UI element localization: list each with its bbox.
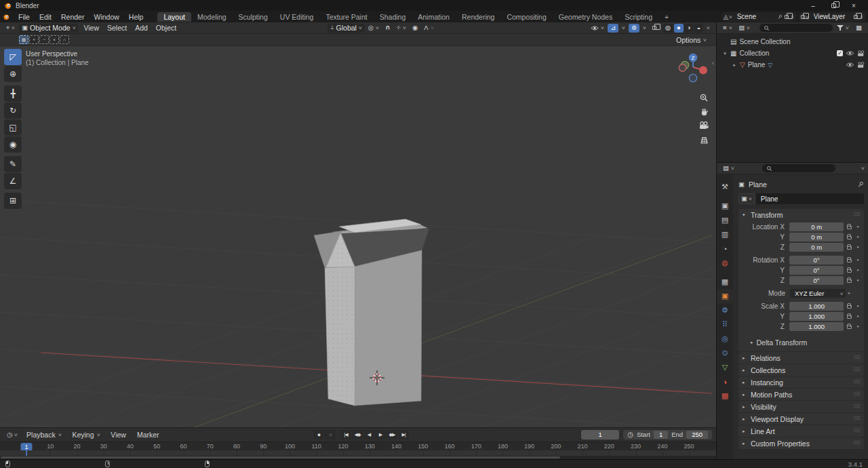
workspace-tab[interactable]: Layout xyxy=(157,12,191,22)
tab-object[interactable]: ▣ xyxy=(717,289,733,303)
snap-target-dropdown[interactable]: ⊹∨ xyxy=(393,24,408,33)
tab-world[interactable]: ◍ xyxy=(717,256,733,270)
lock-icon[interactable] xyxy=(847,226,852,229)
workspace-tab[interactable]: Shading xyxy=(374,12,412,22)
value-field[interactable]: 0° ∨ xyxy=(789,256,844,265)
workspace-tab[interactable]: Rendering xyxy=(456,12,500,22)
viewport-menu-item[interactable]: View xyxy=(79,24,103,32)
value-field[interactable]: 0° ∨ xyxy=(789,266,844,275)
tool-measure[interactable]: ∠ xyxy=(4,173,22,189)
animate-dot[interactable]: ● xyxy=(854,324,861,328)
properties-editor-type-button[interactable]: ▤∨ xyxy=(720,164,737,173)
collection[interactable]: ▾ ▦ Collection ✓ xyxy=(717,47,868,59)
workspace-tab[interactable]: UV Editing xyxy=(274,12,320,22)
drag-handle[interactable]: ⠿⠿ xyxy=(853,212,860,218)
workspace-tab[interactable]: Geometry Nodes xyxy=(553,12,618,22)
animate-dot[interactable]: ● xyxy=(854,245,861,249)
viewport-3d[interactable]: ▦ + − × ∩ Options∨ User Perspective (1) … xyxy=(0,34,716,427)
workspace-tab[interactable]: Animation xyxy=(412,12,456,22)
editor-type-button[interactable]: ⌖ ∨ xyxy=(3,24,18,33)
collapsed-panel[interactable]: ▸ Collections ⠿⠿ xyxy=(738,364,864,376)
lock-icon[interactable] xyxy=(847,246,852,250)
mode-dropdown[interactable]: ▣ Object Mode ∨ xyxy=(19,24,78,33)
select-mode-intersect[interactable]: ∩ xyxy=(60,35,69,44)
overlays-toggle[interactable]: ⊚ xyxy=(629,24,639,33)
drag-handle[interactable]: ⠿⠿ xyxy=(853,440,860,446)
tab-physics[interactable]: ◎ xyxy=(717,332,733,346)
value-field[interactable]: 0 m ∨ xyxy=(789,243,844,252)
workspace-tab[interactable]: + xyxy=(658,12,675,22)
lock-icon[interactable] xyxy=(847,326,852,329)
jump-to-start[interactable]: |◀ xyxy=(340,430,351,440)
drag-handle[interactable]: ⠿⠿ xyxy=(853,428,860,434)
material-preview[interactable]: ◑ xyxy=(684,24,694,33)
viewport-menu-item[interactable]: Add xyxy=(131,24,152,32)
animate-dot[interactable]: ● xyxy=(854,304,861,308)
scene-collection[interactable]: ▤ Scene Collection ✓ xyxy=(717,36,868,47)
tab-particles[interactable]: ⠿ xyxy=(717,317,733,332)
animate-dot[interactable]: ● xyxy=(854,235,861,239)
blender-menu-icon[interactable] xyxy=(3,14,9,20)
tab-output[interactable]: ▤ xyxy=(717,213,733,227)
animate-dot[interactable]: ● xyxy=(854,225,861,229)
camera-view-button[interactable] xyxy=(697,119,711,132)
tab-texture[interactable]: ▩ xyxy=(717,389,733,403)
collapsed-panel[interactable]: ▸ Visibility ⠿⠿ xyxy=(738,401,864,412)
collapsed-panel[interactable]: ▸ Instancing ⠿⠿ xyxy=(738,376,864,388)
timeline-menu-item[interactable]: Marker∨ xyxy=(132,431,164,439)
animate-dot[interactable]: ● xyxy=(854,278,861,282)
rendered[interactable]: ◒ xyxy=(694,24,703,33)
item-label[interactable]: Plane xyxy=(748,61,766,69)
tool-rotate[interactable]: ↻ xyxy=(4,102,22,119)
outliner-display-mode[interactable]: ▤∨ xyxy=(736,24,753,33)
item-label[interactable]: Scene Collection xyxy=(739,38,790,45)
lock-icon[interactable] xyxy=(847,279,852,283)
lock-icon[interactable] xyxy=(847,269,852,273)
viewlayer-selector[interactable]: ∨ ViewLayer × xyxy=(799,12,865,22)
pin-icon[interactable] xyxy=(776,13,783,20)
tool-annotate[interactable]: ✎ xyxy=(4,156,22,172)
value-field[interactable]: 1.000 ∨ xyxy=(789,322,844,331)
delta-transform-subpanel[interactable]: ▸ Delta Transform xyxy=(738,337,864,348)
falloff-dropdown[interactable]: Λ∨ xyxy=(421,24,436,33)
transform-panel-header[interactable]: ▾ Transform ⠿⠿ xyxy=(738,209,864,220)
axis-x-negative[interactable] xyxy=(679,64,686,71)
gizmos-toggle[interactable]: ⊿ xyxy=(608,24,618,33)
lock-icon[interactable] xyxy=(847,305,852,309)
collapsed-panel[interactable]: ▸ Motion Paths ⠿⠿ xyxy=(738,389,864,400)
play-reverse[interactable]: ◀ xyxy=(363,430,374,440)
lock-icon[interactable] xyxy=(847,236,852,239)
timeline-menu-item[interactable]: Playback∨ xyxy=(22,431,66,439)
scene-selector[interactable]: ◬∨ Scene × xyxy=(722,12,796,22)
hide-eye-icon[interactable] xyxy=(846,50,854,56)
object-name-field[interactable]: Plane xyxy=(756,193,864,204)
overlays-dropdown[interactable]: ∨ xyxy=(640,24,649,33)
select-mode-new[interactable]: ▦ xyxy=(19,35,28,44)
drag-handle[interactable]: ⠿⠿ xyxy=(853,355,860,361)
expand-arrow[interactable]: ▾ xyxy=(722,51,728,56)
value-field[interactable]: XYZ Euler ∨ xyxy=(790,289,846,298)
snap-toggle[interactable]: ∪ xyxy=(382,24,393,33)
tool-select-box[interactable]: ◸ xyxy=(4,49,22,65)
proportional-editing-toggle[interactable]: ◉ xyxy=(410,24,420,33)
workspace-tab[interactable]: Scripting xyxy=(618,12,658,22)
object-id-dropdown[interactable]: ▣∨ xyxy=(738,193,755,204)
sidebar-collapse-arrow[interactable]: ‹ xyxy=(712,60,714,66)
new-viewlayer-icon[interactable] xyxy=(854,15,858,19)
timeline-editor-type-button[interactable]: ◷∨ xyxy=(4,430,20,439)
viewlayer-name[interactable]: ViewLayer xyxy=(811,13,852,20)
workspace-tab[interactable]: Texture Paint xyxy=(319,12,373,22)
drag-handle[interactable]: ⠿⠿ xyxy=(853,404,860,410)
timeline-scroll-handle[interactable] xyxy=(1,456,560,459)
select-mode-invert[interactable]: × xyxy=(50,35,59,44)
outliner-filter-button[interactable]: ∨ xyxy=(834,24,852,33)
animate-dot[interactable]: ● xyxy=(854,314,861,318)
tab-constraints[interactable]: ⊙ xyxy=(717,346,733,360)
breadcrumb-object-name[interactable]: Plane xyxy=(749,180,767,189)
expand-arrow[interactable]: ▸ xyxy=(732,62,737,68)
jump-to-end[interactable]: ▶| xyxy=(398,430,409,440)
viewport-menu-item[interactable]: Object xyxy=(152,24,180,32)
menu-item[interactable]: File xyxy=(14,12,35,22)
shading-dropdown[interactable]: ∨ xyxy=(704,24,713,33)
prev-keyframe[interactable]: ◀◆ xyxy=(352,430,363,440)
